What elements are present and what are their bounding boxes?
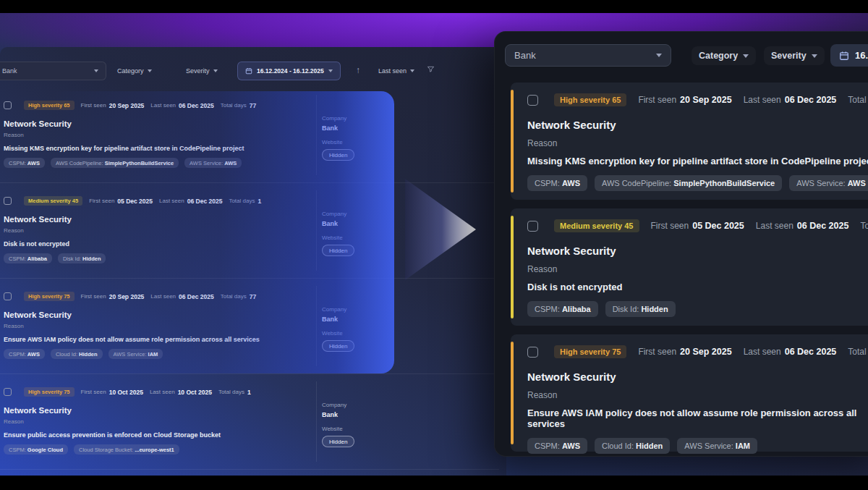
tag-label: AWS CodePipeline: [56,160,103,166]
sort-by-filter[interactable]: Last seen [375,64,417,77]
company-column: Company Bank Website Hidden [322,306,409,352]
sort-ascending-icon[interactable]: ↑ [356,66,360,75]
first-seen-label: First seen [81,389,106,395]
finding-meta: High severity 75 First seen20 Sep 2025 L… [4,292,499,301]
reason-label: Reason [4,323,499,329]
website-hidden-chip: Hidden [322,436,354,447]
company-value: Bank [322,220,409,227]
company-value: Bank [322,124,409,132]
reason-text: Missing KMS encryption key for pipeline … [4,145,499,152]
severity-filter[interactable]: Severity [764,46,825,65]
first-seen-label: First seen [81,293,106,300]
tag-value: AWS [27,351,40,358]
company-label: Company [322,306,409,313]
last-seen-label: Last seen [756,221,793,231]
zoom-filter-bar: Bank Category Severity 16.12.2024 - 16.1… [505,42,868,69]
finding-row[interactable]: High severity 75 First seen10 Oct 2025 L… [0,374,499,470]
tag: AWS Service: AWS [789,175,868,191]
column-divider [316,190,317,271]
first-seen-value: 20 Sep 2025 [109,293,145,300]
tag: Disk Id: Hidden [58,253,106,263]
tag-label: CSPM: [9,351,26,358]
first-seen-value: 20 Sep 2025 [109,102,145,109]
tag: CSPM: AWS [4,349,45,359]
severity-bar [511,342,514,444]
website-hidden-chip: Hidden [322,149,354,161]
date-range-filter[interactable]: 16.12.2024 - 16.12.2025 [830,44,868,67]
chevron-down-icon [812,54,817,58]
row-checkbox[interactable] [4,388,12,396]
tag: CSPM: AWS [527,438,587,454]
tag: Cloud Id: Hidden [595,438,670,454]
severity-bar [511,216,514,318]
first-seen-label: First seen [638,347,676,357]
chevron-down-icon [213,69,218,72]
tag-label: AWS Service: [190,160,223,166]
tag-label: AWS Service: [796,179,845,187]
last-seen-label: Last seen [159,198,184,204]
row-checkbox[interactable] [4,197,12,205]
last-seen-value: 06 Dec 2025 [179,102,214,109]
finding-title: Network Security [527,245,868,257]
tag-value: Hidden [82,255,101,262]
category-filter[interactable]: Category [692,46,756,65]
tag-label: AWS Service: [684,442,733,450]
tag-value: Hidden [79,351,97,358]
category-filter[interactable]: Category [114,64,155,77]
date-range-value: 16.12.2024 - 16.12.2025 [855,50,868,61]
row-checkbox[interactable] [4,101,12,109]
filter-funnel-icon[interactable] [427,65,435,75]
finding-card[interactable]: High severity 75 First seen20 Sep 2025 L… [511,334,868,452]
column-divider [316,286,317,366]
tag: CSPM: AWS [4,158,45,168]
date-range-filter[interactable]: 16.12.2024 - 16.12.2025 [237,62,341,80]
tag: AWS Service: IAM [677,438,757,454]
total-days-value: 77 [250,102,256,109]
tag: Disk Id: Hidden [605,301,676,317]
finding-row[interactable]: High severity 65 First seen20 Sep 2025 L… [0,88,499,183]
severity-filter-label: Severity [771,51,807,61]
severity-badge: High severity 65 [24,101,75,110]
calendar-icon [245,67,252,75]
column-divider [316,95,317,175]
severity-filter[interactable]: Severity [183,64,221,77]
chevron-down-icon [656,54,662,57]
last-seen-value: 06 Dec 2025 [179,293,214,300]
severity-badge: High severity 75 [24,387,75,397]
finding-row[interactable]: High severity 75 First seen20 Sep 2025 L… [0,279,499,374]
company-label: Company [322,402,409,408]
first-seen-label: First seen [651,221,689,231]
company-filter-select[interactable]: Bank [0,62,106,80]
first-seen-value: 20 Sep 2025 [680,347,732,357]
first-seen-label: First seen [638,95,676,105]
finding-tags: CSPM: AWS AWS CodePipeline: SimplePython… [527,175,868,191]
chevron-down-icon [148,69,152,72]
row-checkbox[interactable] [527,95,538,106]
total-days-value: 1 [258,198,261,205]
tag-label: Cloud Storage Bucket: [79,447,133,453]
first-seen-label: First seen [89,198,114,204]
finding-card[interactable]: High severity 65 First seen20 Sep 2025 L… [511,83,868,200]
finding-title: Network Security [4,119,499,128]
total-days-label: Total days [229,198,255,204]
tag-value: AWS [224,160,237,166]
finding-card[interactable]: Medium severity 45 First seen05 Dec 2025… [511,208,868,326]
filter-bar: Bank Category Severity 16.12.2024 - 16.1… [0,62,506,81]
last-seen-value: 06 Dec 2025 [785,347,837,357]
tag: CSPM: Google Cloud [4,444,68,455]
tag-label: CSPM: [535,442,560,450]
tag-label: AWS CodePipeline: [602,179,671,187]
row-checkbox[interactable] [527,221,538,232]
company-column: Company Bank Website Hidden [322,211,409,256]
tag-value: AWS [562,442,580,450]
chevron-down-icon [743,54,749,58]
row-checkbox[interactable] [4,292,12,300]
tag-label: Cloud Id: [56,351,77,358]
tag: AWS CodePipeline: SimplePythonBuildServi… [51,158,179,168]
website-label: Website [322,426,409,432]
tag-label: CSPM: [535,179,560,187]
tag-label: Disk Id: [63,255,81,262]
company-filter-select[interactable]: Bank [505,44,671,67]
row-checkbox[interactable] [527,347,538,358]
severity-badge: Medium severity 45 [24,196,82,206]
